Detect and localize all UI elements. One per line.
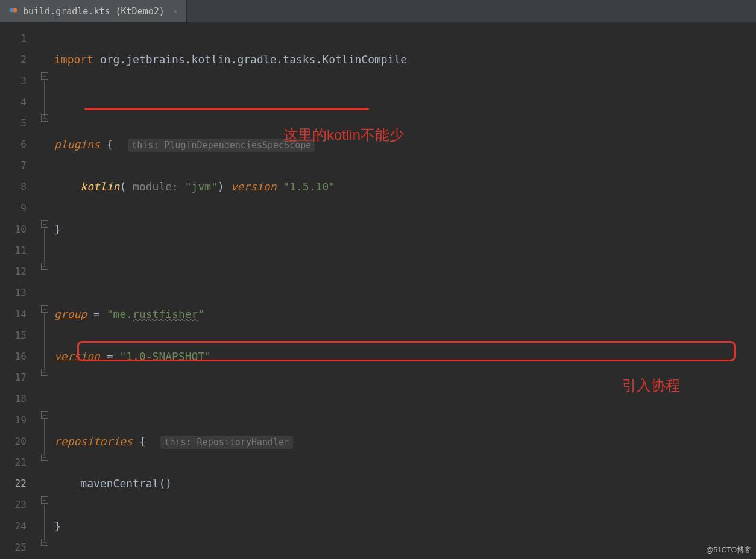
watermark: @51CTO博客	[706, 545, 751, 555]
line-number-gutter: 1234567891011121314151617181920212223242…	[0, 23, 37, 559]
editor: 1234567891011121314151617181920212223242…	[0, 23, 756, 559]
gradle-file-icon	[8, 5, 18, 17]
inlay-hint: this: PluginDependenciesSpecScope	[128, 139, 315, 152]
tab-filename: build.gradle.kts (KtDemo2)	[23, 6, 165, 17]
svg-point-1	[13, 8, 17, 13]
close-icon[interactable]: ✕	[173, 7, 178, 16]
code-area[interactable]: − − − − − − − − − − import org.jetbrains…	[37, 23, 756, 559]
inlay-hint: this: RepositoryHandler	[160, 436, 293, 449]
svg-point-0	[10, 8, 14, 13]
annotation-underline	[84, 108, 369, 110]
tab-bar: build.gradle.kts (KtDemo2) ✕	[0, 0, 756, 23]
file-tab[interactable]: build.gradle.kts (KtDemo2) ✕	[0, 0, 187, 22]
